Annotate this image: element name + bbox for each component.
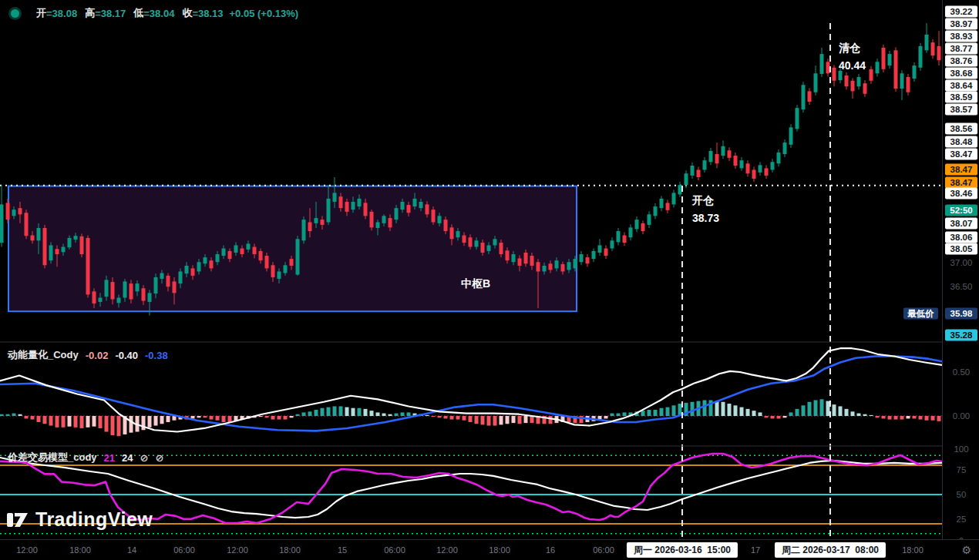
time-tick: 17 <box>751 545 760 555</box>
close-value: =38.13 <box>192 8 223 19</box>
trading-chart-window: 开=38.08 高=38.17 低=38.04 收=38.13 +0.05 (+… <box>0 0 979 560</box>
spread-axis-label: 50 <box>945 489 977 501</box>
price-axis-label: 35.98 <box>945 308 977 320</box>
spread-axis-label: 100 <box>945 444 977 455</box>
price-axis-label: 38.97 <box>945 18 977 30</box>
high-label: 高 <box>85 6 95 20</box>
price-axis-label: 38.47 <box>945 149 977 160</box>
momentum-title-text: 动能量化_Cody <box>8 348 79 362</box>
high-value: =38.17 <box>95 8 126 19</box>
low-label: 低 <box>133 6 143 20</box>
momentum-axis-label: 0.00 <box>945 411 977 422</box>
price-axis-label: 38.47 <box>945 177 977 189</box>
price-axis-label: 38.46 <box>945 188 977 200</box>
time-tick: 18:00 <box>279 545 301 555</box>
spread-pane-title: 价差交易模型_cody 2124⊘⊘ <box>8 451 163 464</box>
price-axis-label: 38.76 <box>945 55 977 67</box>
price-axis-label: 36.50 <box>945 281 977 293</box>
gear-icon[interactable]: ⚙ <box>961 544 971 556</box>
exit-label: 清仓 <box>839 42 866 53</box>
time-tick: 12:00 <box>16 545 38 555</box>
entry-label: 开仓 <box>692 195 719 206</box>
spread-value: ⊘ <box>155 452 163 464</box>
lowest-price-tag: 最低价 <box>903 308 938 320</box>
spread-values: 2124⊘⊘ <box>104 452 164 464</box>
low-value: =38.04 <box>143 8 174 19</box>
close-label: 收 <box>182 6 192 20</box>
spread-value: 21 <box>104 452 115 464</box>
time-axis[interactable]: ⚙ 12:0018:001406:0012:0018:001506:0012:0… <box>0 539 979 560</box>
time-tick: 18:00 <box>489 545 510 555</box>
price-axis-label: 37.00 <box>945 257 977 269</box>
time-tick: 18:00 <box>69 545 91 555</box>
time-tick: 16 <box>546 545 555 555</box>
open-label: 开 <box>36 6 46 20</box>
time-tick: 15 <box>338 545 347 555</box>
tradingview-brand-text: TradingView <box>35 508 153 531</box>
entry-annotation: 开仓 38.73 <box>692 195 719 223</box>
spread-value: ⊘ <box>140 452 149 464</box>
momentum-value: -0.38 <box>145 350 168 361</box>
range-box-layer <box>0 186 942 311</box>
price-axis-label: 38.57 <box>945 104 977 116</box>
price-axis-label: 38.47 <box>945 164 977 176</box>
tradingview-watermark[interactable]: TradingView <box>6 508 153 531</box>
time-tick: 06:00 <box>593 545 614 555</box>
price-axis-label: 38.59 <box>945 92 977 103</box>
momentum-value: -0.02 <box>86 350 109 361</box>
open-value: =38.08 <box>46 8 77 19</box>
momentum-values: -0.02-0.40-0.38 <box>86 350 168 361</box>
spread-title-text: 价差交易模型_cody <box>8 451 97 464</box>
time-tick: 12:00 <box>436 545 458 555</box>
exit-annotation: 清仓 40.44 <box>839 42 866 71</box>
price-axis-label: 38.68 <box>945 68 977 79</box>
entry-price: 38.73 <box>692 213 719 223</box>
time-tick: 14 <box>127 545 136 555</box>
ohlc-legend: 开=38.08 高=38.17 低=38.04 收=38.13 +0.05 (+… <box>8 6 298 20</box>
momentum-value: -0.40 <box>115 350 138 361</box>
price-axis-label: 38.05 <box>945 243 977 255</box>
session-date-label: 周二 2026-03-17 08:00 <box>775 542 886 558</box>
price-axis-label: 38.64 <box>945 80 977 92</box>
price-axis-label: 52:50 <box>945 205 977 216</box>
price-axis-label: 38.77 <box>945 43 977 55</box>
spread-value: 24 <box>122 452 133 464</box>
spread-axis-label: 75 <box>945 464 977 476</box>
price-axis-label: 35.28 <box>945 330 977 341</box>
time-tick: 06:00 <box>173 545 195 555</box>
time-tick: 18:00 <box>902 545 923 555</box>
momentum-axis-label: 0.50 <box>945 367 977 378</box>
change-value: +0.05 (+0.13%) <box>230 8 299 19</box>
exit-price: 40.44 <box>839 60 866 71</box>
momentum-pane-title: 动能量化_Cody -0.02-0.40-0.38 <box>8 348 168 362</box>
price-axis-label: 38.48 <box>945 136 977 148</box>
spread-axis-label: 25 <box>945 514 977 525</box>
price-axis-label: 38.93 <box>945 31 977 42</box>
series-marker-icon <box>11 9 19 18</box>
price-axis-label: 38.06 <box>945 232 977 243</box>
pivot-box-label: 中枢B <box>461 277 490 291</box>
price-axis-label: 39.22 <box>945 6 977 18</box>
price-axis-label: 38.07 <box>945 218 977 230</box>
session-date-label: 周一 2026-03-16 15:00 <box>627 542 738 558</box>
tradingview-logo-icon <box>6 509 29 531</box>
price-axis[interactable]: 39.2238.9738.9338.7738.7638.6838.6438.59… <box>942 0 979 539</box>
price-axis-label: 38.56 <box>945 123 977 135</box>
time-tick: 06:00 <box>384 545 405 555</box>
time-tick: 12:00 <box>227 545 248 555</box>
